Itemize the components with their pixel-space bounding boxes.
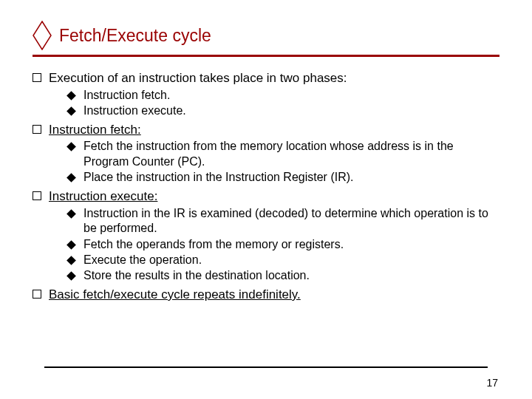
bullet-1a: Instruction fetch. xyxy=(68,88,499,103)
bullet-3d: Store the results in the destination loc… xyxy=(68,268,499,283)
square-bullet-icon xyxy=(33,125,41,134)
bullet-3c: Execute the operation. xyxy=(68,253,499,267)
page-number: 17 xyxy=(486,377,498,389)
title-divider xyxy=(33,55,499,57)
bullet-2b-text: Place the instruction in the Instruction… xyxy=(83,170,354,185)
bullet-1: Execution of an instruction takes place … xyxy=(33,70,499,86)
square-bullet-icon xyxy=(33,191,41,200)
bullet-1b-text: Instruction execute. xyxy=(83,103,186,118)
slide: Fetch/Execute cycle Execution of an inst… xyxy=(0,0,532,303)
bullet-1-text: Execution of an instruction takes place … xyxy=(49,70,347,86)
bullet-3a: Instruction in the IR is examined (decod… xyxy=(68,206,499,236)
diamond-bullet-icon xyxy=(66,240,76,250)
bullet-2: Instruction fetch: xyxy=(33,122,499,138)
footer-divider xyxy=(44,366,488,368)
diamond-icon xyxy=(33,21,52,50)
bullet-1b: Instruction execute. xyxy=(68,103,499,118)
bullet-2-text: Instruction fetch: xyxy=(49,122,141,138)
diamond-bullet-icon xyxy=(66,106,76,116)
bullet-4-text: Basic fetch/execute cycle repeats indefi… xyxy=(49,287,301,303)
bullet-3a-text: Instruction in the IR is examined (decod… xyxy=(83,206,499,236)
bullet-2a: Fetch the instruction from the memory lo… xyxy=(68,139,499,169)
bullet-3: Instruction execute: xyxy=(33,188,499,205)
square-bullet-icon xyxy=(33,73,41,82)
bullet-2a-text: Fetch the instruction from the memory lo… xyxy=(83,139,499,169)
bullet-4: Basic fetch/execute cycle repeats indefi… xyxy=(33,287,499,303)
slide-content: Execution of an instruction takes place … xyxy=(33,70,499,303)
bullet-2b: Place the instruction in the Instruction… xyxy=(68,170,499,185)
svg-marker-0 xyxy=(33,21,51,50)
diamond-bullet-icon xyxy=(66,91,76,100)
bullet-3d-text: Store the results in the destination loc… xyxy=(83,268,310,283)
bullet-3b-text: Fetch the operands from the memory or re… xyxy=(83,237,344,252)
title-row: Fetch/Execute cycle xyxy=(33,21,499,50)
diamond-bullet-icon xyxy=(66,209,76,219)
bullet-3c-text: Execute the operation. xyxy=(83,253,202,267)
diamond-bullet-icon xyxy=(66,143,76,152)
bullet-3-text: Instruction execute: xyxy=(49,188,157,205)
slide-title: Fetch/Execute cycle xyxy=(59,26,211,46)
diamond-bullet-icon xyxy=(66,256,76,265)
square-bullet-icon xyxy=(33,290,41,299)
diamond-bullet-icon xyxy=(66,272,76,282)
bullet-3b: Fetch the operands from the memory or re… xyxy=(68,237,499,252)
diamond-bullet-icon xyxy=(66,174,76,183)
bullet-1a-text: Instruction fetch. xyxy=(83,88,170,103)
